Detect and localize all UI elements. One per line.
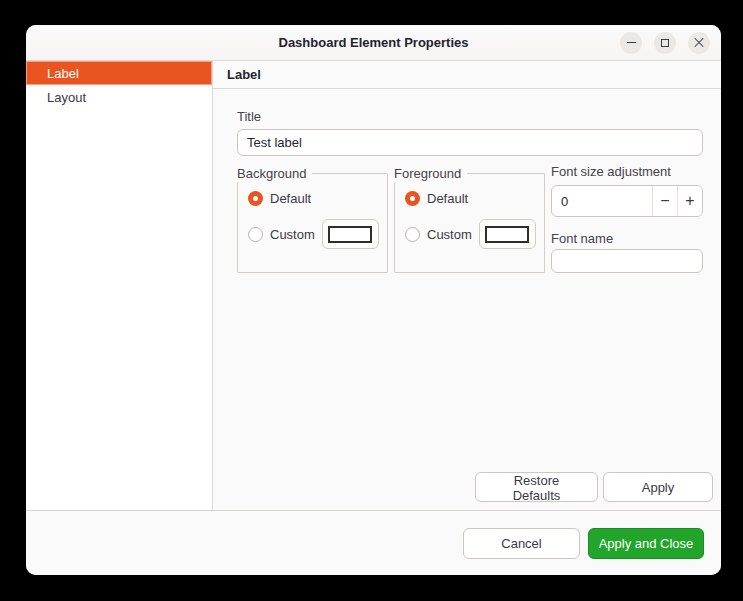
foreground-group-legend: Foreground — [394, 165, 467, 182]
groups-row: Background Default Custom — [237, 164, 703, 273]
foreground-color-picker-button[interactable] — [479, 219, 536, 249]
close-icon — [694, 38, 704, 48]
plus-icon: + — [685, 192, 694, 210]
dialog-footer: Cancel Apply and Close — [26, 510, 721, 575]
background-custom-label: Custom — [270, 227, 315, 242]
foreground-color-swatch — [485, 226, 529, 243]
background-custom-option[interactable]: Custom — [248, 219, 387, 249]
sidebar-item-layout-text: Layout — [47, 90, 86, 105]
foreground-default-option[interactable]: Default — [405, 188, 544, 208]
window-title: Dashboard Element Properties — [26, 35, 721, 50]
titlebar[interactable]: Dashboard Element Properties — [26, 25, 721, 61]
radio-unchecked-icon[interactable] — [405, 227, 420, 242]
sidebar-item-label-text: Label — [47, 66, 79, 81]
increment-button[interactable]: + — [677, 186, 702, 216]
background-color-swatch — [328, 226, 372, 243]
background-color-picker-button[interactable] — [322, 219, 379, 249]
radio-unchecked-icon[interactable] — [248, 227, 263, 242]
foreground-group: Foreground Default Custom — [394, 173, 545, 273]
radio-checked-icon[interactable] — [248, 191, 263, 206]
radio-checked-icon[interactable] — [405, 191, 420, 206]
dialog-body: Label Layout Label Title Background Defa… — [26, 61, 721, 510]
foreground-default-label: Default — [427, 191, 468, 206]
background-default-label: Default — [270, 191, 311, 206]
restore-defaults-button[interactable]: Restore Defaults — [475, 472, 598, 502]
form-area: Title Background Default Custom — [213, 89, 721, 510]
content-actions: Restore Defaults Apply — [475, 472, 713, 502]
font-name-input[interactable] — [551, 249, 703, 273]
maximize-icon — [661, 39, 669, 47]
font-name-label: Font name — [551, 231, 703, 246]
close-button[interactable] — [688, 32, 710, 54]
background-default-option[interactable]: Default — [248, 188, 387, 208]
sidebar-item-label[interactable]: Label — [26, 61, 212, 85]
minimize-icon — [627, 42, 636, 43]
font-size-spinner: 0 − + — [551, 185, 703, 217]
font-size-value[interactable]: 0 — [552, 186, 652, 216]
sidebar: Label Layout — [26, 61, 213, 510]
font-settings-column: Font size adjustment 0 − + Font name — [551, 164, 703, 273]
title-input[interactable] — [237, 129, 703, 156]
decrement-button[interactable]: − — [652, 186, 677, 216]
content-pane: Label Title Background Default Custom — [213, 61, 721, 510]
page-title: Label — [213, 61, 721, 89]
apply-and-close-button[interactable]: Apply and Close — [588, 528, 704, 559]
foreground-custom-label: Custom — [427, 227, 472, 242]
window-controls — [620, 32, 710, 54]
dialog-window: Dashboard Element Properties Label Layou… — [26, 25, 721, 575]
minus-icon: − — [660, 192, 669, 210]
maximize-button[interactable] — [654, 32, 676, 54]
background-group: Background Default Custom — [237, 173, 388, 273]
background-group-legend: Background — [237, 165, 312, 182]
title-field-label: Title — [237, 109, 703, 124]
foreground-custom-option[interactable]: Custom — [405, 219, 544, 249]
sidebar-item-layout[interactable]: Layout — [26, 85, 212, 109]
cancel-button[interactable]: Cancel — [463, 528, 580, 559]
font-size-label: Font size adjustment — [551, 164, 703, 179]
minimize-button[interactable] — [620, 32, 642, 54]
apply-button[interactable]: Apply — [603, 472, 713, 502]
